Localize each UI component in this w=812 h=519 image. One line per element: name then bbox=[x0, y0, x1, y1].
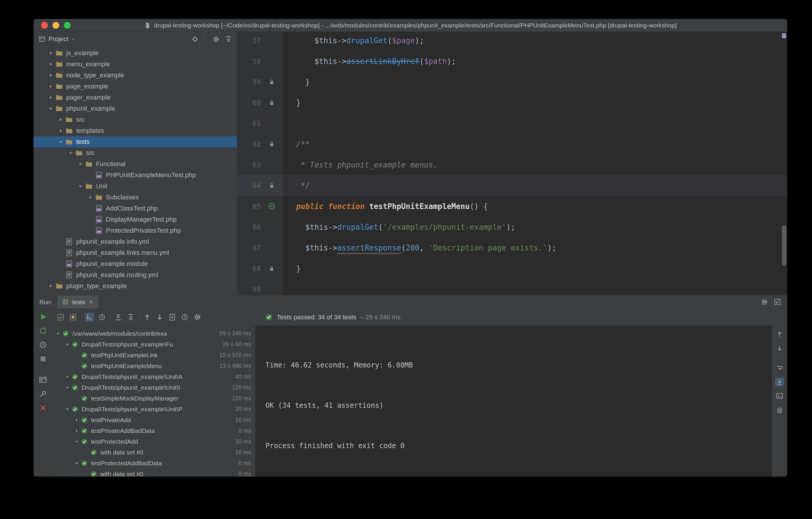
project-tree-item[interactable]: phpunit_example bbox=[33, 103, 237, 114]
chevron-right-icon[interactable] bbox=[47, 60, 55, 69]
code-line[interactable]: 59 } bbox=[237, 72, 787, 92]
test-history-icon[interactable] bbox=[180, 312, 189, 322]
test-tree-item[interactable]: Drupal\Tests\phpunit_example\Unit\P20 ms bbox=[53, 404, 255, 414]
next-failed-icon[interactable] bbox=[155, 312, 164, 322]
chevron-down-icon[interactable] bbox=[76, 160, 85, 168]
code-line[interactable]: 65 public function testPhpUnitExampleMen… bbox=[237, 196, 787, 217]
previous-failed-icon[interactable] bbox=[143, 312, 152, 322]
soft-wrap-icon[interactable] bbox=[775, 364, 784, 373]
project-tree-item[interactable]: tests bbox=[33, 136, 237, 147]
fold-marker-icon[interactable] bbox=[264, 182, 279, 189]
chevron-down-icon[interactable] bbox=[64, 384, 71, 391]
project-tree-item[interactable]: phpPHPUnitExampleMenuTest.php bbox=[33, 170, 237, 181]
test-tree-item[interactable]: /var/www/web/modules/contrib/exa29 s 240… bbox=[53, 328, 255, 339]
project-tree-item[interactable]: templates bbox=[33, 125, 237, 136]
close-window-button[interactable] bbox=[41, 22, 48, 29]
code-line[interactable]: 58 $this->assertLinkByHref($path); bbox=[237, 51, 787, 72]
collapse-all-icon[interactable] bbox=[126, 312, 135, 322]
test-tree-item[interactable]: testProtectedAddBadData0 ms bbox=[53, 458, 255, 468]
project-tree-item[interactable]: Subclasses bbox=[33, 192, 237, 203]
run-test-icon[interactable] bbox=[264, 202, 279, 210]
run-options-gear-icon[interactable] bbox=[193, 312, 202, 322]
code-line[interactable]: 61 bbox=[237, 113, 787, 134]
fold-marker-icon[interactable] bbox=[264, 265, 279, 272]
code-line[interactable]: 62 /** bbox=[237, 134, 787, 155]
settings-gear-icon[interactable] bbox=[212, 35, 220, 43]
sort-by-duration-icon[interactable] bbox=[97, 312, 107, 322]
locate-file-icon[interactable] bbox=[191, 35, 199, 43]
chevron-down-icon[interactable] bbox=[73, 460, 81, 467]
chevron-down-icon[interactable] bbox=[47, 104, 55, 113]
code-line[interactable]: 57 $this->drupalGet($page); bbox=[237, 32, 787, 51]
test-tree-item[interactable]: Drupal\Tests\phpunit_example\Unit\A40 ms bbox=[53, 371, 255, 382]
fold-marker-icon[interactable] bbox=[264, 140, 279, 148]
test-tree-item[interactable]: Drupal\Tests\phpunit_example\Fu29 s 60 m… bbox=[53, 339, 255, 350]
test-tree-item[interactable]: testSimpleMockDisplayManager120 ms bbox=[53, 393, 255, 404]
chevron-right-icon[interactable] bbox=[73, 416, 81, 424]
test-tree-item[interactable]: testPhpUnitExampleLink15 s 570 ms bbox=[53, 350, 255, 360]
console-output[interactable]: Time: 46.62 seconds, Memory: 6.00MB OK (… bbox=[256, 326, 772, 477]
chevron-right-icon[interactable] bbox=[56, 115, 65, 124]
show-ignored-icon[interactable] bbox=[68, 312, 78, 322]
expand-all-icon[interactable] bbox=[114, 312, 123, 322]
tab-close-icon[interactable] bbox=[88, 299, 94, 305]
test-tree-item[interactable]: with data set #010 ms bbox=[53, 447, 255, 458]
project-tree-item[interactable]: src bbox=[33, 114, 237, 125]
chevron-right-icon[interactable] bbox=[56, 127, 65, 135]
project-tree-item[interactable]: phpunit_example.links.menu.yml bbox=[33, 247, 237, 258]
run-settings-gear-icon[interactable] bbox=[760, 298, 768, 306]
clear-all-icon[interactable] bbox=[775, 406, 784, 414]
project-tree-item[interactable]: phpunit_example.routing.yml bbox=[33, 269, 237, 280]
restore-layout-icon[interactable] bbox=[38, 375, 48, 384]
project-tree-item[interactable]: Functional bbox=[33, 159, 237, 170]
auto-test-icon[interactable] bbox=[38, 340, 48, 349]
project-tree-item[interactable]: node_type_example bbox=[33, 70, 237, 81]
scroll-up-icon[interactable] bbox=[775, 330, 784, 338]
chevron-right-icon[interactable] bbox=[47, 82, 55, 91]
collapse-all-icon[interactable] bbox=[225, 35, 232, 43]
test-tree-item[interactable]: with data set #00 ms bbox=[53, 468, 255, 477]
chevron-down-icon[interactable] bbox=[64, 406, 71, 413]
fold-marker-icon[interactable] bbox=[264, 78, 279, 86]
test-tree-item[interactable]: Drupal\Tests\phpunit_example\Unit\I120 m… bbox=[53, 382, 255, 393]
project-tree-item[interactable]: phpphpunit_example.module bbox=[33, 258, 237, 269]
project-tree-item[interactable]: phpunit_example.info.yml bbox=[33, 236, 237, 247]
console-settings-icon[interactable] bbox=[775, 392, 784, 401]
chevron-down-icon[interactable] bbox=[56, 137, 65, 146]
show-passed-icon[interactable] bbox=[56, 312, 65, 322]
project-tree-item[interactable]: phpProtectedPrivatesTest.php bbox=[33, 225, 237, 236]
project-tree-item[interactable]: phpAddClassTest.php bbox=[33, 203, 237, 214]
pin-tab-icon[interactable] bbox=[38, 389, 48, 399]
run-icon[interactable] bbox=[38, 312, 48, 321]
chevron-right-icon[interactable] bbox=[47, 49, 55, 57]
project-panel-title[interactable]: Project bbox=[49, 35, 68, 43]
project-tree-item[interactable]: menu_example bbox=[33, 59, 237, 70]
code-editor[interactable]: 57 $this->drupalGet($page);58 $this->ass… bbox=[237, 32, 787, 295]
chevron-down-icon[interactable] bbox=[71, 37, 76, 42]
test-tree-item[interactable]: testPrivateAddBadData0 ms bbox=[53, 425, 255, 436]
close-icon[interactable] bbox=[38, 403, 48, 412]
chevron-down-icon[interactable] bbox=[76, 182, 85, 191]
chevron-down-icon[interactable] bbox=[66, 148, 75, 157]
chevron-right-icon[interactable] bbox=[64, 373, 71, 381]
code-line[interactable]: 66 $this->drupalGet('/examples/phpunit-e… bbox=[237, 217, 787, 237]
hide-window-icon[interactable] bbox=[774, 298, 781, 306]
import-results-icon[interactable] bbox=[168, 312, 177, 322]
project-tree-item[interactable]: page_example bbox=[33, 81, 237, 92]
code-line[interactable]: 69 bbox=[237, 279, 787, 295]
rerun-failed-icon[interactable] bbox=[38, 326, 48, 335]
project-tree-item[interactable]: phpDisplayManagerTest.php bbox=[33, 214, 237, 225]
stop-icon[interactable] bbox=[38, 354, 48, 363]
test-tree-item[interactable]: testPrivateAdd10 ms bbox=[53, 414, 255, 425]
code-line[interactable]: 60 } bbox=[237, 92, 787, 113]
code-line[interactable]: 63 * Tests phpunit_example menus. bbox=[237, 155, 787, 175]
chevron-right-icon[interactable] bbox=[47, 93, 55, 102]
chevron-down-icon[interactable] bbox=[64, 340, 71, 348]
project-tree-item[interactable]: src bbox=[33, 147, 237, 159]
scroll-down-icon[interactable] bbox=[775, 344, 784, 353]
sort-alphabetically-icon[interactable]: a bbox=[85, 312, 94, 322]
chevron-down-icon[interactable] bbox=[73, 438, 81, 445]
code-line[interactable]: 68 } bbox=[237, 258, 787, 279]
chevron-right-icon[interactable] bbox=[47, 71, 55, 80]
project-tree-item[interactable]: pager_example bbox=[33, 92, 237, 103]
